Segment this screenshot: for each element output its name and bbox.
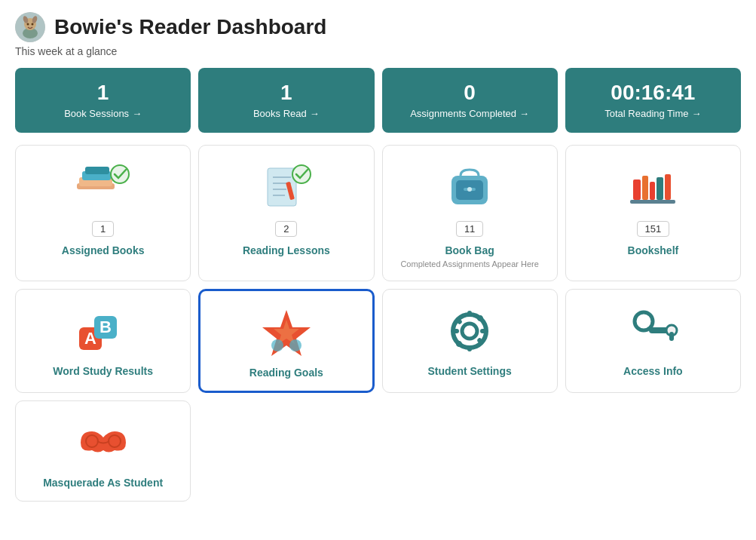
svg-point-11	[111, 165, 129, 183]
arrow-icon: →	[692, 108, 702, 119]
assigned-books-badge: 1	[92, 221, 114, 237]
assigned-books-icon	[73, 161, 133, 213]
stat-label: Assignments Completed →	[394, 108, 546, 119]
card-masquerade[interactable]: Masquerade As Student	[15, 400, 191, 502]
page-subtitle: This week at a glance	[15, 45, 741, 57]
stat-label: Total Reading Time →	[577, 108, 729, 119]
bookshelf-title: Bookshelf	[628, 244, 679, 256]
bookshelf-icon	[623, 161, 683, 213]
page-title: Bowie's Reader Dashboard	[54, 15, 326, 39]
card-access-info[interactable]: Access Info	[565, 289, 741, 393]
student-settings-title: Student Settings	[428, 365, 512, 377]
svg-rect-50	[669, 332, 674, 341]
svg-point-6	[32, 23, 34, 26]
svg-rect-39	[467, 311, 472, 317]
svg-point-38	[462, 324, 477, 339]
card-assigned-books[interactable]: 1Assigned Books	[15, 145, 191, 281]
stat-card-book-sessions[interactable]: 1 Book Sessions →	[15, 68, 191, 133]
svg-text:B: B	[99, 318, 112, 336]
avatar	[15, 12, 45, 42]
masquerade-title: Masquerade As Student	[43, 477, 163, 489]
reading-goals-title: Reading Goals	[249, 367, 323, 379]
svg-rect-40	[467, 345, 472, 351]
stat-card-assignments-completed[interactable]: 0 Assignments Completed →	[382, 68, 558, 133]
cards-grid: 1Assigned Books 2Reading Lessons 11Book …	[15, 145, 741, 502]
svg-rect-41	[480, 329, 486, 333]
card-student-settings[interactable]: Student Settings	[382, 289, 558, 393]
card-reading-lessons[interactable]: 2Reading Lessons	[198, 145, 374, 281]
svg-point-35	[271, 339, 283, 351]
svg-rect-23	[630, 200, 675, 204]
card-word-study[interactable]: A B Word Study Results	[15, 289, 191, 393]
stat-card-books-read[interactable]: 1 Books Read →	[198, 68, 374, 133]
reading-lessons-badge: 2	[275, 221, 297, 237]
book-bag-badge: 11	[456, 221, 483, 237]
masquerade-icon	[73, 416, 133, 469]
stat-label: Books Read →	[210, 108, 362, 119]
svg-rect-24	[633, 179, 641, 200]
bookshelf-badge: 151	[637, 221, 670, 237]
stat-number: 1	[27, 81, 179, 105]
student-settings-icon	[439, 305, 500, 357]
stat-number: 0	[394, 81, 546, 105]
access-info-icon	[623, 305, 683, 357]
card-book-bag[interactable]: 11Book BagCompleted Assignments Appear H…	[382, 145, 558, 281]
stat-number: 1	[210, 81, 362, 105]
svg-rect-10	[85, 167, 109, 174]
svg-point-47	[635, 312, 653, 330]
svg-point-18	[292, 165, 311, 183]
word-study-title: Word Study Results	[53, 365, 153, 377]
arrow-icon: →	[310, 108, 320, 119]
reading-lessons-icon	[256, 161, 317, 213]
stat-number: 00:16:41	[577, 81, 729, 105]
arrow-icon: →	[519, 108, 529, 119]
book-bag-title: Book Bag	[445, 244, 494, 256]
card-reading-goals[interactable]: Reading Goals	[198, 289, 374, 393]
reading-goals-icon	[256, 306, 317, 359]
svg-point-5	[27, 23, 29, 26]
svg-rect-25	[642, 176, 648, 200]
card-bookshelf[interactable]: 151Bookshelf	[565, 145, 741, 281]
stat-label: Book Sessions →	[27, 108, 179, 119]
book-bag-icon	[439, 161, 500, 213]
access-info-title: Access Info	[623, 365, 683, 377]
book-bag-sub: Completed Assignments Appear Here	[400, 259, 538, 268]
stat-card-total-reading-time[interactable]: 00:16:41 Total Reading Time →	[565, 68, 741, 133]
svg-rect-42	[453, 329, 459, 333]
svg-rect-28	[665, 174, 671, 200]
assigned-books-title: Assigned Books	[62, 244, 145, 256]
arrow-icon: →	[132, 108, 142, 119]
svg-rect-26	[650, 182, 655, 200]
stats-row: 1 Book Sessions → 1 Books Read → 0 Assig…	[15, 68, 741, 133]
word-study-icon: A B	[73, 305, 133, 357]
reading-lessons-title: Reading Lessons	[243, 244, 330, 256]
svg-point-22	[467, 187, 472, 192]
svg-rect-27	[657, 177, 663, 200]
svg-point-36	[289, 339, 301, 351]
